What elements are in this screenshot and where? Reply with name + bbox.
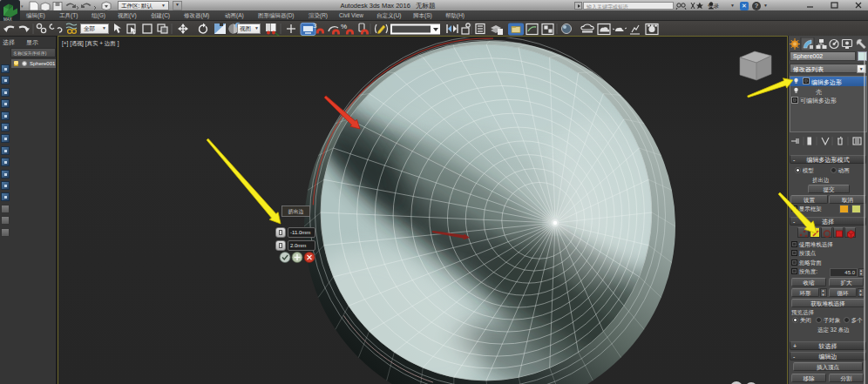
svg-text:MAX: MAX bbox=[3, 17, 12, 22]
